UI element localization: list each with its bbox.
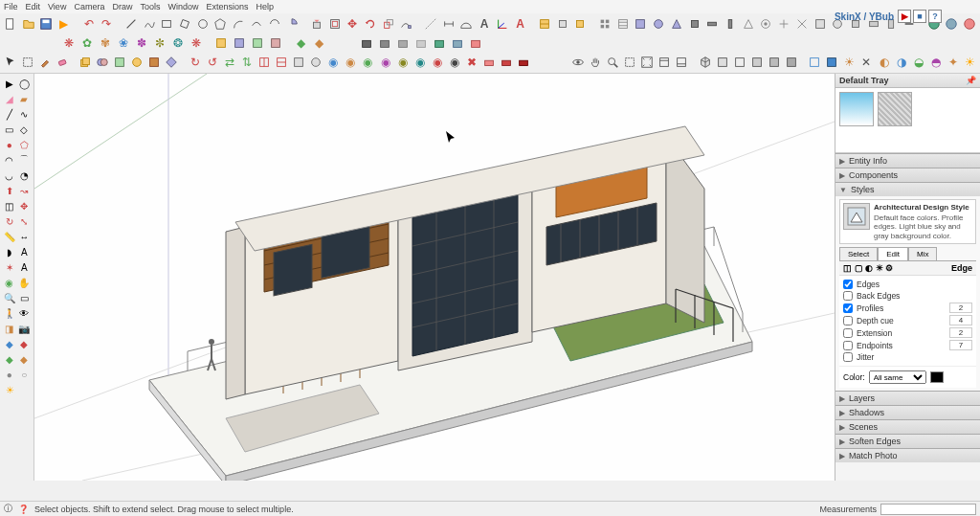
lt-arc3-icon[interactable]: ◡ <box>2 168 17 183</box>
text-icon[interactable]: A <box>476 15 493 33</box>
pin-icon[interactable]: 📌 <box>966 76 976 85</box>
sty5-icon[interactable]: ◐ <box>876 54 892 71</box>
menu-draw[interactable]: Draw <box>112 2 132 11</box>
render3-icon[interactable] <box>961 15 978 33</box>
plg10-icon[interactable] <box>231 34 248 52</box>
help-icon[interactable]: ❓ <box>18 505 29 514</box>
menu-help[interactable]: Help <box>256 2 274 11</box>
plg19-icon[interactable] <box>431 34 448 52</box>
ext5-icon[interactable] <box>668 15 685 33</box>
front-icon[interactable] <box>731 54 747 71</box>
back-icon[interactable] <box>766 54 782 71</box>
lt-poly-icon[interactable]: ⬠ <box>17 137 33 152</box>
top-icon[interactable] <box>714 54 730 71</box>
play-icon[interactable]: ▶ <box>898 10 911 23</box>
lt-scale-icon[interactable]: ⤡ <box>17 213 33 229</box>
viewport[interactable] <box>34 74 835 481</box>
menu-view[interactable]: View <box>48 2 66 11</box>
thumb-sky[interactable] <box>839 92 874 126</box>
tab-select[interactable]: Select <box>839 247 878 260</box>
open-icon[interactable] <box>20 15 37 33</box>
ext9-icon[interactable] <box>740 15 757 33</box>
t3q-icon[interactable]: ✖ <box>463 54 479 71</box>
plg11-icon[interactable] <box>249 34 266 52</box>
lt-eraser-icon[interactable]: ◢ <box>2 91 17 106</box>
val-end[interactable]: 7 <box>949 340 972 350</box>
panel-shadows[interactable]: ▶Shadows <box>835 406 980 419</box>
t3a-icon[interactable]: ↻ <box>188 54 204 71</box>
plg17-icon[interactable] <box>394 34 412 52</box>
menu-window[interactable]: Window <box>167 2 198 11</box>
ext3-icon[interactable] <box>633 15 650 33</box>
lt-offset-icon[interactable]: ◫ <box>2 198 17 213</box>
eraser-icon[interactable] <box>54 54 70 71</box>
solid2-icon[interactable] <box>95 54 111 71</box>
thumb-hatch[interactable] <box>878 92 912 126</box>
t3n-icon[interactable]: ◉ <box>412 54 428 71</box>
pie-icon[interactable] <box>283 15 301 33</box>
lt-axes-icon[interactable]: ✶ <box>2 259 17 275</box>
t3c-icon[interactable]: ⇄ <box>222 54 238 71</box>
pushpull-icon[interactable] <box>308 15 325 33</box>
lt-zoom-icon[interactable]: 🔍 <box>2 290 17 305</box>
lt-pos-icon[interactable]: 📷 <box>17 321 33 336</box>
lt-3dt-icon[interactable]: A <box>17 259 33 275</box>
lt-rect-icon[interactable]: ▭ <box>2 122 17 137</box>
circle-icon[interactable] <box>194 15 212 33</box>
measurement-input[interactable] <box>880 504 976 515</box>
redo-icon[interactable]: ↷ <box>98 15 115 33</box>
lt-pan-icon[interactable]: ✋ <box>17 275 33 290</box>
offset-icon[interactable] <box>326 15 344 33</box>
t3k-icon[interactable]: ◉ <box>360 54 376 71</box>
next-icon[interactable] <box>673 54 689 71</box>
panel-styles[interactable]: ▼Styles <box>835 183 980 196</box>
select-icon[interactable] <box>2 54 18 71</box>
lt-paint-icon[interactable]: ▰ <box>17 91 33 106</box>
color-mode-select[interactable]: All same <box>869 370 926 384</box>
ext10-icon[interactable] <box>758 15 775 33</box>
component-icon[interactable] <box>19 54 35 71</box>
t3h-icon[interactable] <box>308 54 324 71</box>
ext2-icon[interactable] <box>614 15 632 33</box>
paint-icon[interactable] <box>36 54 53 71</box>
zoom-icon[interactable] <box>604 54 620 71</box>
ext-icon[interactable] <box>596 15 613 33</box>
sty9-icon[interactable]: ✦ <box>945 54 961 71</box>
lt-tape-icon[interactable]: 📏 <box>2 229 17 244</box>
sty1-icon[interactable] <box>807 54 823 71</box>
section-cut-icon[interactable] <box>572 15 590 33</box>
t3f-icon[interactable] <box>274 54 290 71</box>
t3i-icon[interactable]: ◉ <box>325 54 342 71</box>
menu-tools[interactable]: Tools <box>140 2 160 11</box>
panel-scenes[interactable]: ▶Scenes <box>835 420 980 434</box>
chk-jitter[interactable] <box>843 352 853 362</box>
lt-orbit-icon[interactable]: ◉ <box>2 275 17 290</box>
tray-header[interactable]: Default Tray 📌 <box>835 74 980 88</box>
lt-lasso-icon[interactable]: ◯ <box>17 76 33 91</box>
t3j-icon[interactable]: ◉ <box>343 54 359 71</box>
lt-circle-icon[interactable]: ● <box>2 137 17 152</box>
panel-components[interactable]: ▶Components <box>835 168 980 182</box>
menu-camera[interactable]: Camera <box>74 2 104 11</box>
ext4-icon[interactable] <box>650 15 667 33</box>
stop-icon[interactable]: ■ <box>913 10 926 23</box>
prev-icon[interactable] <box>656 54 672 71</box>
t3r-icon[interactable] <box>480 54 497 71</box>
panel-match[interactable]: ▶Match Photo <box>835 449 980 462</box>
plg7-icon[interactable]: ❂ <box>169 34 187 52</box>
undo-icon[interactable]: ↶ <box>80 15 98 33</box>
rotate-icon[interactable] <box>362 15 379 33</box>
left-icon[interactable] <box>783 54 799 71</box>
ext12-icon[interactable] <box>793 15 811 33</box>
lt-text-icon[interactable]: A <box>17 244 33 259</box>
panel-soften[interactable]: ▶Soften Edges <box>835 435 980 448</box>
t3l-icon[interactable]: ◉ <box>377 54 393 71</box>
tab-edit[interactable]: Edit <box>878 247 908 260</box>
t3b-icon[interactable]: ↺ <box>205 54 221 71</box>
sun-icon[interactable]: ☀ <box>962 54 978 71</box>
lt-ext7-icon[interactable]: ☀ <box>2 382 17 397</box>
val-profiles[interactable]: 2 <box>949 303 972 313</box>
lt-select-icon[interactable]: ▶ <box>2 76 17 91</box>
rect-icon[interactable] <box>158 15 175 33</box>
arc2-icon[interactable] <box>248 15 265 33</box>
